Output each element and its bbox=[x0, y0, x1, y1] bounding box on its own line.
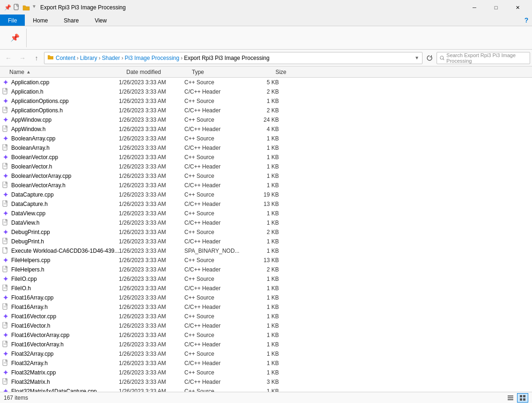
table-row[interactable]: ✦ AppWindow.cpp 1/26/2023 3:33 AM C++ So… bbox=[0, 115, 532, 125]
table-row[interactable]: DataView.h 1/26/2023 3:33 AM C/C++ Heade… bbox=[0, 218, 532, 227]
column-size[interactable]: Size bbox=[257, 69, 290, 75]
table-row[interactable]: ✦ Float32Matrix4x4DataCapture.cpp 1/26/2… bbox=[0, 387, 532, 392]
column-name[interactable]: Name ▲ bbox=[0, 69, 126, 75]
forward-button[interactable]: → bbox=[16, 51, 29, 65]
cpp-icon: ✦ bbox=[3, 331, 8, 339]
table-row[interactable]: Application.h 1/26/2023 3:33 AM C/C++ He… bbox=[0, 87, 532, 96]
table-row[interactable]: Float32Matrix.h 1/26/2023 3:33 AM C/C++ … bbox=[0, 377, 532, 387]
file-date: 1/26/2023 3:33 AM bbox=[119, 154, 184, 161]
table-row[interactable]: ✦ FileHelpers.cpp 1/26/2023 3:33 AM C++ … bbox=[0, 256, 532, 265]
breadcrumb-content[interactable]: Content bbox=[56, 55, 75, 61]
file-date: 1/26/2023 3:33 AM bbox=[119, 369, 184, 376]
table-row[interactable]: ✦ BooleanVectorArray.cpp 1/26/2023 3:33 … bbox=[0, 171, 532, 181]
breadcrumb-library[interactable]: Library bbox=[80, 55, 97, 61]
table-row[interactable]: DataCapture.h 1/26/2023 3:33 AM C/C++ He… bbox=[0, 199, 532, 209]
column-type[interactable]: Type bbox=[192, 69, 257, 75]
file-type-label: C/C++ Header bbox=[184, 126, 250, 132]
table-row[interactable]: ✦ DataView.cpp 1/26/2023 3:33 AM C++ Sou… bbox=[0, 209, 532, 218]
file-type-label: C++ Source bbox=[184, 154, 250, 161]
tab-view[interactable]: View bbox=[87, 15, 115, 26]
table-row[interactable]: ApplicationOptions.h 1/26/2023 3:33 AM C… bbox=[0, 106, 532, 115]
file-type-icon bbox=[2, 303, 9, 311]
file-size: 1 KB bbox=[250, 145, 283, 151]
cpp-icon: ✦ bbox=[3, 256, 8, 264]
table-row[interactable]: ✦ Application.cpp 1/26/2023 3:33 AM C++ … bbox=[0, 78, 532, 87]
table-row[interactable]: DebugPrint.h 1/26/2023 3:33 AM C/C++ Hea… bbox=[0, 237, 532, 246]
table-row[interactable]: ✦ BooleanVector.cpp 1/26/2023 3:33 AM C+… bbox=[0, 153, 532, 162]
file-type-label: C/C++ Header bbox=[184, 238, 250, 245]
refresh-icon bbox=[426, 55, 433, 61]
table-row[interactable]: FileHelpers.h 1/26/2023 3:33 AM C/C++ He… bbox=[0, 265, 532, 274]
cpp-icon: ✦ bbox=[3, 275, 8, 283]
ribbon-pin-button[interactable]: 📌 bbox=[7, 33, 22, 43]
file-name: ✦ Float32Matrix.cpp bbox=[2, 369, 119, 376]
file-size: 1 KB bbox=[250, 313, 283, 320]
h-file-icon bbox=[2, 125, 9, 133]
file-type-label: C++ Source bbox=[184, 210, 250, 217]
file-name: FileHelpers.h bbox=[2, 266, 119, 273]
file-name: Execute Workload-CA6CDD36-1D46-439... bbox=[2, 247, 119, 255]
table-row[interactable]: BooleanArray.h 1/26/2023 3:33 AM C/C++ H… bbox=[0, 143, 532, 153]
back-button[interactable]: ← bbox=[2, 51, 15, 65]
table-row[interactable]: Float16VectorArray.h 1/26/2023 3:33 AM C… bbox=[0, 340, 532, 349]
large-icons-view-button[interactable] bbox=[517, 393, 528, 403]
search-box[interactable]: Search Export Rpi3 Pi3 Image Processing bbox=[437, 52, 530, 64]
maximize-button[interactable]: □ bbox=[485, 0, 507, 15]
file-size: 1 KB bbox=[250, 238, 283, 245]
svg-rect-58 bbox=[523, 398, 525, 401]
file-name: ✦ Float32Matrix4x4DataCapture.cpp bbox=[2, 388, 119, 392]
table-row[interactable]: ✦ Float16Array.cpp 1/26/2023 3:33 AM C++… bbox=[0, 293, 532, 302]
table-row[interactable]: Execute Workload-CA6CDD36-1D46-439... 1/… bbox=[0, 246, 532, 256]
file-size: 1 KB bbox=[250, 98, 283, 104]
table-row[interactable]: ✦ ApplicationOptions.cpp 1/26/2023 3:33 … bbox=[0, 96, 532, 106]
table-row[interactable]: Float16Array.h 1/26/2023 3:33 AM C/C++ H… bbox=[0, 302, 532, 312]
table-row[interactable]: ✦ FileIO.cpp 1/26/2023 3:33 AM C++ Sourc… bbox=[0, 274, 532, 284]
table-row[interactable]: Float16Vector.h 1/26/2023 3:33 AM C/C++ … bbox=[0, 321, 532, 330]
table-row[interactable]: Float32Array.h 1/26/2023 3:33 AM C/C++ H… bbox=[0, 359, 532, 368]
table-row[interactable]: BooleanVectorArray.h 1/26/2023 3:33 AM C… bbox=[0, 181, 532, 190]
svg-rect-52 bbox=[508, 396, 513, 396]
table-row[interactable]: ✦ Float16Vector.cpp 1/26/2023 3:33 AM C+… bbox=[0, 312, 532, 321]
up-button[interactable]: ↑ bbox=[30, 51, 43, 65]
file-list[interactable]: Name ▲ Date modified Type Size ✦ Applica… bbox=[0, 66, 532, 392]
table-row[interactable]: ✦ Float32Array.cpp 1/26/2023 3:33 AM C++… bbox=[0, 349, 532, 359]
file-date: 1/26/2023 3:33 AM bbox=[119, 117, 184, 123]
file-type-icon: ✦ bbox=[2, 97, 9, 105]
file-size: 1 KB bbox=[250, 173, 283, 179]
breadcrumb-current: Export Rpi3 Pi3 Image Processing bbox=[184, 55, 270, 61]
close-button[interactable]: ✕ bbox=[507, 0, 528, 15]
table-row[interactable]: ✦ Float16VectorArray.cpp 1/26/2023 3:33 … bbox=[0, 330, 532, 340]
file-type-label: C/C++ Header bbox=[184, 322, 250, 329]
file-type-label: C++ Source bbox=[184, 276, 250, 282]
file-name: ✦ Float16VectorArray.cpp bbox=[2, 331, 119, 339]
tab-home[interactable]: Home bbox=[25, 15, 56, 26]
breadcrumb-shader[interactable]: Shader bbox=[102, 55, 120, 61]
tab-share[interactable]: Share bbox=[56, 15, 87, 26]
file-type-icon: ✦ bbox=[2, 388, 9, 392]
file-type-icon bbox=[2, 200, 9, 208]
details-view-button[interactable] bbox=[505, 393, 516, 403]
refresh-button[interactable] bbox=[423, 52, 436, 64]
table-row[interactable]: FileIO.h 1/26/2023 3:33 AM C/C++ Header … bbox=[0, 284, 532, 293]
table-row[interactable]: AppWindow.h 1/26/2023 3:33 AM C/C++ Head… bbox=[0, 125, 532, 134]
help-button[interactable]: ? bbox=[521, 15, 532, 26]
ribbon-tabs: File Home Share View ? bbox=[0, 15, 532, 26]
table-row[interactable]: BooleanVector.h 1/26/2023 3:33 AM C/C++ … bbox=[0, 162, 532, 171]
column-date[interactable]: Date modified bbox=[126, 69, 192, 75]
table-row[interactable]: ✦ BooleanArray.cpp 1/26/2023 3:33 AM C++… bbox=[0, 134, 532, 143]
cpp-icon: ✦ bbox=[3, 294, 8, 301]
table-row[interactable]: ✦ Float32Matrix.cpp 1/26/2023 3:33 AM C+… bbox=[0, 368, 532, 377]
table-row[interactable]: ✦ DataCapture.cpp 1/26/2023 3:33 AM C++ … bbox=[0, 190, 532, 199]
address-dropdown-icon[interactable]: ▼ bbox=[415, 55, 419, 60]
table-row[interactable]: ✦ DebugPrint.cpp 1/26/2023 3:33 AM C++ S… bbox=[0, 227, 532, 237]
svg-point-1 bbox=[440, 56, 444, 59]
tab-file[interactable]: File bbox=[0, 15, 25, 26]
file-date: 1/26/2023 3:33 AM bbox=[119, 201, 184, 207]
file-name: ✦ FileHelpers.cpp bbox=[2, 256, 119, 264]
file-date: 1/26/2023 3:33 AM bbox=[119, 388, 184, 392]
file-type-label: C/C++ Header bbox=[184, 304, 250, 310]
file-size: 1 KB bbox=[250, 304, 283, 310]
address-bar[interactable]: Content › Library › Shader › Pi3 Image P… bbox=[44, 52, 423, 64]
minimize-button[interactable]: ─ bbox=[464, 0, 485, 15]
breadcrumb-pi3[interactable]: Pi3 Image Processing bbox=[124, 55, 179, 61]
